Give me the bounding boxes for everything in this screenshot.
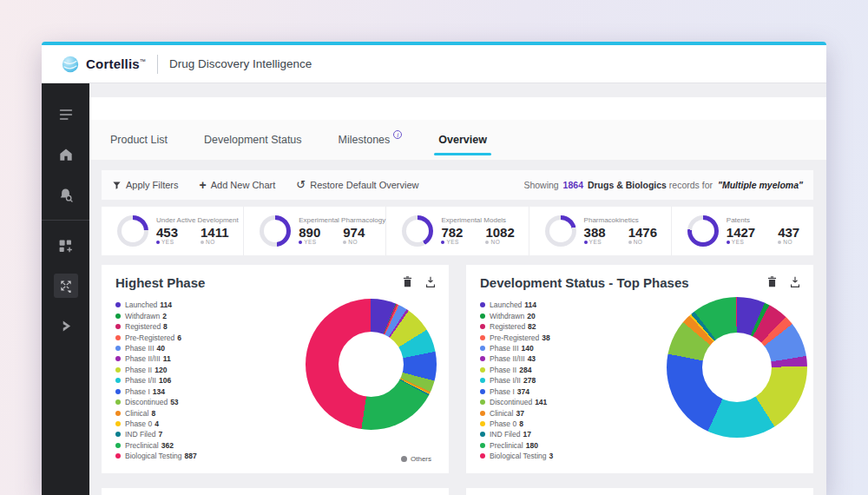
home-icon[interactable] [42, 135, 89, 175]
legend-value: 8 [519, 419, 523, 428]
legend-item[interactable]: Phase 08 [480, 419, 553, 429]
legend-item[interactable]: Clinical37 [480, 407, 553, 418]
legend-item[interactable]: Phase I374 [480, 386, 553, 397]
brand-name: Cortellis™ [86, 56, 146, 71]
kpi-title: Under Active Development [156, 217, 239, 224]
legend-value: 8 [163, 322, 168, 331]
kpi-card-pharmacokinetics[interactable]: Pharmacokinetics388YES1476NO [529, 207, 672, 255]
legend-dot-icon [115, 399, 121, 405]
alert-search-icon[interactable] [42, 175, 89, 214]
legend-item[interactable]: Phase III140 [480, 343, 553, 353]
kpi-card-experimental-models[interactable]: Experimental Models782YES1082NO [386, 207, 529, 255]
legend-item[interactable]: Discontinued53 [115, 397, 197, 407]
legend-item[interactable]: Preclinical362 [115, 440, 197, 451]
chart-card-development-status: Development Status - Top Phases Launched… [466, 265, 813, 473]
legend-item[interactable]: Phase I/II106 [115, 375, 197, 386]
legend-item[interactable]: Biological Testing887 [115, 451, 197, 461]
yes-dot-icon [156, 241, 160, 244]
legend-item[interactable]: Phase II120 [115, 365, 197, 375]
legend-item[interactable]: Pre-Registered6 [115, 332, 197, 342]
trash-icon[interactable] [766, 275, 778, 288]
legend-label: Registered [125, 322, 161, 331]
kpi-card-experimental-pharmacology[interactable]: Experimental Pharmacology890YES974NO [244, 207, 386, 255]
legend-item[interactable]: Phase II/III43 [480, 353, 553, 364]
kpi-no-label: NO [490, 240, 500, 246]
kpi-title: Experimental Models [441, 217, 514, 224]
product-arrow-icon[interactable] [42, 306, 89, 346]
trash-icon[interactable] [402, 275, 413, 288]
legend-item[interactable]: Phase II/III11 [115, 353, 197, 364]
kpi-no-label: NO [206, 240, 215, 246]
legend-item[interactable]: Clinical8 [115, 407, 197, 418]
kpi-gauge [545, 215, 576, 247]
kpi-yes-label: YES [304, 240, 317, 246]
expand-icon[interactable] [42, 266, 89, 306]
tab-development-status[interactable]: Development Status [204, 120, 302, 160]
legend-item[interactable]: Biological Testing3 [480, 451, 553, 461]
apply-filters-button[interactable]: Apply Filters [112, 180, 179, 190]
kpi-card-under-active-development[interactable]: Under Active Development453YES1411NO [102, 207, 244, 255]
no-dot-icon [201, 241, 204, 244]
chart-title: Highest Phase [115, 275, 205, 290]
legend-label: Phase II [125, 366, 152, 374]
chart-legend: Launched114Withdrawn20Registered82Pre-Re… [480, 300, 553, 462]
legend-value: 120 [155, 366, 167, 374]
restore-default-button[interactable]: ↺ Restore Default Overview [296, 180, 418, 190]
legend-dot-icon [480, 346, 485, 351]
legend-dot-icon [115, 421, 121, 426]
yes-dot-icon [584, 241, 588, 244]
kpi-card-patents[interactable]: Patents1427YES437NO [672, 207, 813, 255]
legend-value: 114 [524, 300, 536, 309]
legend-item[interactable]: Phase I134 [115, 386, 197, 397]
legend-label: Phase 0 [490, 419, 516, 428]
records-summary: Showing 1864 Drugs & Biologics records f… [523, 180, 803, 190]
download-icon[interactable] [424, 275, 437, 288]
legend-item[interactable]: Phase 04 [115, 419, 197, 429]
legend-item[interactable]: IND Filed17 [480, 429, 553, 439]
legend-dot-icon [115, 453, 121, 459]
development-status-donut-chart[interactable] [667, 297, 807, 438]
legend-label: Preclinical [125, 441, 159, 450]
legend-item[interactable]: Launched114 [480, 300, 553, 310]
legend-item[interactable]: Phase II284 [480, 365, 553, 375]
legend-label: Clinical [490, 409, 513, 418]
kpi-yes-caption: YES [156, 240, 178, 246]
legend-label: Clinical [125, 409, 148, 418]
apply-filters-label: Apply Filters [126, 180, 179, 190]
menu-icon[interactable] [42, 95, 89, 135]
download-icon[interactable] [789, 275, 801, 288]
legend-item[interactable]: Preclinical180 [480, 440, 553, 451]
legend-value: 38 [542, 333, 549, 342]
add-new-chart-button[interactable]: + Add New Chart [200, 180, 276, 190]
legend-item[interactable]: Launched114 [115, 300, 197, 310]
kpi-no-stat: 1411NO [201, 226, 229, 246]
sidebar-divider [42, 220, 89, 221]
tab-overview[interactable]: Overview [438, 120, 487, 160]
legend-label: Phase III [490, 344, 519, 353]
legend-item[interactable]: IND Filed7 [115, 429, 197, 439]
legend-value: 6 [177, 333, 181, 342]
legend-label: Pre-Registered [490, 333, 539, 342]
legend-item[interactable]: Registered82 [480, 321, 553, 332]
legend-item[interactable]: Phase I/II278 [480, 375, 553, 386]
legend-label: Withdrawn [490, 312, 524, 320]
tab-product-list[interactable]: Product List [110, 120, 168, 160]
dashboard-add-icon[interactable] [42, 226, 89, 266]
legend-value: 43 [528, 354, 536, 363]
legend-item[interactable]: Discontinued141 [480, 397, 553, 407]
legend-item[interactable]: Phase III40 [115, 343, 197, 353]
kpi-yes-label: YES [732, 240, 745, 246]
info-icon[interactable]: i [393, 130, 402, 139]
legend-item[interactable]: Withdrawn20 [480, 310, 553, 320]
legend-item[interactable]: Pre-Registered38 [480, 332, 553, 342]
chart-card-highest-phase: Highest Phase Launched114Withdrawn2Regis… [102, 265, 449, 473]
kpi-gauge [260, 215, 291, 247]
kpi-yes-stat: 1427YES [727, 226, 755, 246]
record-count-link[interactable]: 1864 [563, 180, 583, 190]
highest-phase-donut-chart[interactable] [306, 299, 437, 430]
kpi-no-label: NO [634, 240, 643, 246]
legend-label: Pre-Registered [125, 333, 174, 342]
legend-item[interactable]: Registered8 [115, 321, 197, 332]
legend-item[interactable]: Withdrawn2 [115, 310, 197, 320]
tab-milestones[interactable]: Milestonesi [339, 120, 403, 160]
